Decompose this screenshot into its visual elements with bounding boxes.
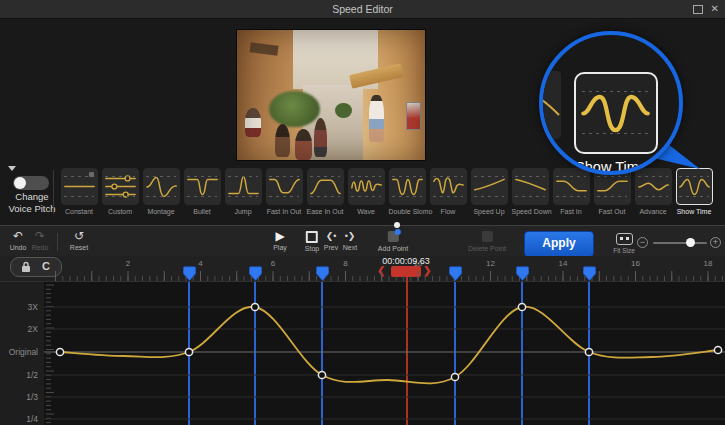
zoom-out-icon[interactable]: −	[637, 237, 648, 248]
preset-fast-in-out[interactable]: Fast In Out	[266, 168, 303, 215]
y-axis-label: 1/4	[0, 414, 38, 424]
preset-label: Double Slomo	[389, 208, 426, 215]
keyframe-point[interactable]	[585, 348, 592, 355]
preset-montage[interactable]: Montage	[143, 168, 180, 215]
y-axis-label: Original	[0, 347, 38, 357]
keyframe-pin[interactable]	[249, 266, 262, 281]
scrub-right-icon[interactable]: ❯	[423, 265, 431, 276]
lock-icon[interactable]	[21, 261, 31, 273]
redo-icon: ↷	[32, 230, 49, 243]
add-point-button[interactable]: Add Point	[378, 230, 408, 252]
stop-icon	[305, 231, 319, 244]
preset-speed-up[interactable]: Speed Up	[471, 168, 508, 215]
play-button[interactable]: ▶ Play	[273, 230, 287, 251]
curve-mode-icon[interactable]: C	[42, 260, 50, 272]
zoom-in-icon[interactable]: +	[710, 237, 721, 248]
preset-bullet[interactable]: Bullet	[184, 168, 221, 215]
delete-point-button[interactable]: Delete Point	[468, 230, 506, 252]
preset-thumbnail	[348, 168, 385, 205]
keyframe-point[interactable]	[714, 346, 721, 353]
preset-speed-down[interactable]: Speed Down	[512, 168, 549, 215]
scrub-left-icon[interactable]: ❮	[377, 265, 385, 276]
fit-size-label: Fit Size	[603, 247, 645, 254]
keyframe-pin[interactable]	[449, 266, 462, 281]
keyframe-point[interactable]	[251, 303, 258, 310]
preset-label: Bullet	[184, 208, 221, 215]
preset-ease-in-out[interactable]: Ease In Out	[307, 168, 344, 215]
preset-thumbnail	[225, 168, 262, 205]
preset-thumbnail	[307, 168, 344, 205]
ruler-number: 18	[704, 259, 713, 268]
preset-constant[interactable]: Constant	[61, 168, 98, 215]
preset-thumbnail	[553, 168, 590, 205]
preset-label: Speed Up	[471, 208, 508, 215]
thumb-gridline	[582, 91, 649, 92]
ruler-number: 14	[559, 259, 568, 268]
preset-thumbnail	[61, 168, 98, 205]
speed-curve-canvas[interactable]	[44, 281, 725, 425]
keyframe-point[interactable]	[451, 373, 458, 380]
preset-jump[interactable]: Jump	[225, 168, 262, 215]
prev-icon: ❮•	[324, 230, 338, 243]
keyframe-point[interactable]	[318, 371, 325, 378]
keyframe-line	[321, 282, 323, 425]
carousel-indicator-dot[interactable]	[394, 222, 400, 228]
preset-label: Jump	[225, 208, 262, 215]
delete-point-icon	[468, 231, 506, 244]
keyframe-line	[454, 282, 456, 425]
voice-pitch-toggle[interactable]	[13, 176, 49, 190]
preset-thumbnail	[266, 168, 303, 205]
keyframe-pin[interactable]	[183, 266, 196, 281]
ruler-number: 4	[198, 259, 202, 268]
zoom-slider-track[interactable]	[653, 242, 707, 244]
close-icon[interactable]: ✕	[711, 2, 719, 16]
preset-thumbnail	[512, 168, 549, 205]
ruler-number: 2	[126, 259, 130, 268]
reset-button[interactable]: ↺ Reset	[70, 230, 88, 251]
keyframe-pin[interactable]	[583, 266, 596, 281]
next-button[interactable]: •❯ Next	[343, 230, 357, 251]
preset-wave[interactable]: Wave	[348, 168, 385, 215]
stop-button[interactable]: Stop	[305, 230, 319, 252]
toggle-knob	[14, 177, 26, 189]
apply-button[interactable]: Apply	[524, 231, 594, 257]
preset-label: Montage	[143, 208, 180, 215]
zoom-slider-handle[interactable]	[686, 238, 695, 247]
preset-custom[interactable]: Custom	[102, 168, 139, 215]
preset-thumbnail	[143, 168, 180, 205]
fit-size-icon[interactable]	[616, 233, 633, 245]
ruler-number: 6	[271, 259, 275, 268]
collapse-caret-icon[interactable]	[8, 166, 16, 171]
keyframe-point[interactable]	[185, 348, 192, 355]
preset-thumbnail	[471, 168, 508, 205]
window-title: Speed Editor	[0, 0, 725, 18]
preset-thumbnail	[389, 168, 426, 205]
magnified-neighbor-preset	[539, 71, 561, 139]
keyframe-pin[interactable]	[316, 266, 329, 281]
undo-button[interactable]: ↶ Undo	[10, 230, 27, 251]
preset-thumbnail	[102, 168, 139, 205]
keyframe-point[interactable]	[56, 348, 63, 355]
vignette	[237, 30, 425, 160]
keyframe-pin[interactable]	[516, 266, 529, 281]
maximize-icon[interactable]	[693, 5, 703, 14]
preset-flow[interactable]: Flow	[430, 168, 467, 215]
preset-label: Speed Down	[512, 208, 549, 215]
add-point-icon	[378, 231, 408, 244]
preset-label: Ease In Out	[307, 208, 344, 215]
keyframe-point[interactable]	[518, 303, 525, 310]
preset-fast-in[interactable]: Fast In	[553, 168, 590, 215]
timeline-tools: C	[10, 257, 62, 277]
ruler-number: 12	[486, 259, 495, 268]
preset-label: Wave	[348, 208, 385, 215]
preset-fast-out[interactable]: Fast Out	[594, 168, 631, 215]
playhead-scrubber[interactable]	[391, 266, 421, 277]
playhead-line[interactable]	[406, 276, 408, 425]
speed-editor-window: Speed Editor ✕	[0, 0, 725, 425]
prev-button[interactable]: ❮• Prev	[324, 230, 338, 251]
redo-button[interactable]: ↷ Redo	[32, 230, 49, 251]
reset-icon: ↺	[70, 230, 88, 243]
preset-double-slomo[interactable]: Double Slomo	[389, 168, 426, 215]
preset-label: Flow	[430, 208, 467, 215]
ruler-number: 16	[631, 259, 640, 268]
